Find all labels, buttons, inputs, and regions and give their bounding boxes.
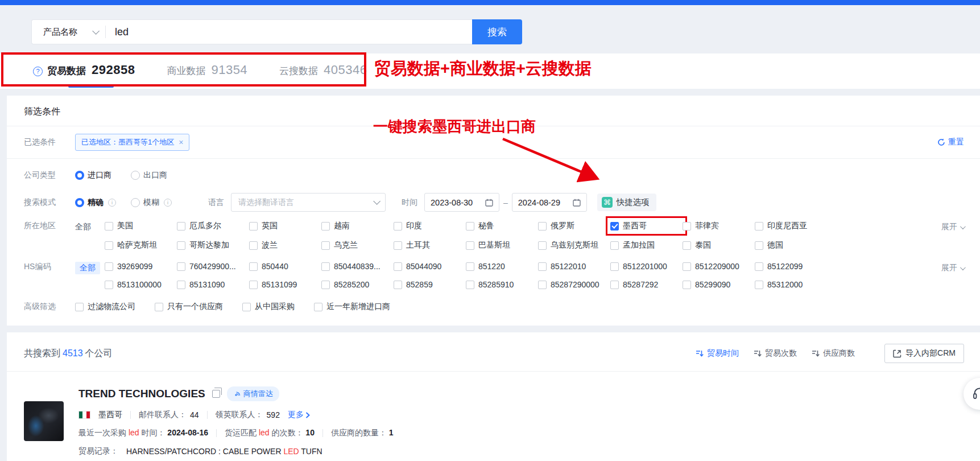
time-label: 时间 — [402, 197, 417, 208]
region-checkbox[interactable]: 英国 — [249, 221, 321, 231]
hs-code-label: HS编码 — [24, 262, 75, 272]
checkbox-label: 乌克兰 — [334, 240, 358, 250]
checkbox-label: 厄瓜多尔 — [189, 221, 221, 231]
help-icon[interactable]: ? — [33, 67, 43, 76]
checkbox-label: 85131090 — [189, 280, 225, 289]
language-select-placeholder: 请选择翻译语言 — [238, 197, 373, 208]
quick-options-button[interactable]: ⌘ 快捷选项 — [597, 194, 656, 211]
hs-code-checkbox[interactable]: 85287292 — [610, 280, 683, 289]
close-icon[interactable]: × — [179, 138, 183, 146]
hs-code-checkbox[interactable]: 8512209000 — [683, 262, 755, 271]
selected-region-tag[interactable]: 已选地区：墨西哥等1个地区 × — [75, 134, 189, 151]
sort-option[interactable]: 贸易次数 — [754, 348, 797, 359]
company-type-label: 公司类型 — [24, 170, 75, 180]
checkbox-label: 墨西哥 — [623, 221, 647, 231]
region-checkbox[interactable]: 乌克兰 — [321, 240, 394, 250]
region-checkbox[interactable]: 泰国 — [683, 240, 755, 250]
hs-code-checkbox[interactable]: 8513100000 — [105, 280, 177, 289]
more-link[interactable]: 更多 — [288, 410, 310, 420]
company-thumbnail[interactable] — [24, 401, 64, 441]
hs-code-checkbox[interactable]: 85122099 — [755, 262, 827, 271]
region-checkbox[interactable]: 孟加拉国 — [610, 240, 683, 250]
info-icon[interactable]: i — [164, 199, 172, 207]
advanced-filter-checkbox[interactable]: 只有一个供应商 — [155, 302, 223, 312]
search-button[interactable]: 搜索 — [472, 19, 522, 44]
data-source-tab[interactable]: 贸易数据 292858 — [47, 63, 135, 80]
region-checkbox[interactable]: 菲律宾 — [683, 221, 755, 231]
reset-button[interactable]: 重置 — [937, 137, 964, 147]
checkbox-icon — [249, 222, 258, 230]
checkbox-icon — [249, 262, 258, 271]
region-checkbox[interactable]: 土耳其 — [394, 240, 466, 250]
hs-code-checkbox[interactable]: 85285200 — [321, 280, 394, 289]
checkbox-label: 波兰 — [262, 240, 278, 250]
checkbox-label: 过滤物流公司 — [88, 302, 135, 312]
hs-code-checkbox[interactable]: 85131099 — [249, 280, 321, 289]
checkbox-icon — [394, 281, 402, 289]
search-input[interactable] — [106, 26, 472, 38]
checkbox-label: 85285910 — [478, 280, 514, 289]
company-type-radio[interactable]: 进口商 — [75, 170, 111, 180]
search-field-select[interactable]: 产品名称 — [32, 27, 105, 38]
checkbox-icon — [177, 262, 185, 271]
data-source-tab[interactable]: 商业数据 91354 — [167, 63, 247, 80]
region-label: 所在地区 — [24, 221, 75, 231]
advanced-filter-checkbox[interactable]: 近一年新增进口商 — [314, 302, 390, 312]
region-checkbox[interactable]: 墨西哥 — [610, 221, 683, 231]
search-mode-radio[interactable]: 模糊 i — [131, 197, 172, 208]
results-panel: 共搜索到4513个公司 贸易时间 — [7, 332, 980, 461]
checkbox-label: 泰国 — [695, 240, 711, 250]
company-name[interactable]: TREND TECHNOLOGIES — [78, 388, 205, 400]
hs-code-checkbox[interactable]: 85287290000 — [538, 280, 610, 289]
search-mode-radio[interactable]: 精确 i — [75, 197, 116, 208]
hs-code-checkbox[interactable]: 85122010 — [538, 262, 610, 271]
sort-option[interactable]: 贸易时间 — [696, 348, 739, 359]
region-checkbox[interactable]: 哥斯达黎加 — [177, 240, 249, 250]
data-source-tab[interactable]: 云搜数据 405346 — [279, 63, 367, 80]
hs-code-checkbox[interactable]: 850440 — [249, 262, 321, 271]
hs-expand-link[interactable]: 展开 — [941, 262, 964, 273]
hs-code-checkbox[interactable]: 85285910 — [466, 280, 538, 289]
region-checkbox[interactable]: 越南 — [321, 221, 394, 231]
advanced-filter-checkbox[interactable]: 过滤物流公司 — [75, 302, 135, 312]
region-checkbox[interactable]: 俄罗斯 — [538, 221, 610, 231]
company-type-radio[interactable]: 出口商 — [131, 170, 167, 180]
supplier-count: 1 — [389, 428, 394, 437]
hs-all-link[interactable]: 全部 — [75, 262, 100, 274]
hs-code-checkbox[interactable]: 760429900... — [177, 262, 249, 271]
date-from-input[interactable]: 2023-08-30 — [424, 193, 499, 212]
radio-icon — [75, 171, 84, 180]
region-expand-link[interactable]: 展开 — [941, 221, 964, 232]
region-checkbox[interactable]: 秘鲁 — [466, 221, 538, 231]
hs-code-checkbox[interactable]: 850440839... — [321, 262, 394, 271]
region-checkbox[interactable]: 厄瓜多尔 — [177, 221, 249, 231]
region-checkbox[interactable]: 印度尼西亚 — [755, 221, 827, 231]
import-crm-button[interactable]: 导入内部CRM — [884, 344, 964, 363]
checkbox-icon — [466, 262, 474, 271]
checkbox-label: 美国 — [117, 221, 133, 231]
sort-option[interactable]: 供应商数 — [812, 348, 855, 359]
hs-code-checkbox[interactable]: 8512201000 — [610, 262, 683, 271]
hs-code-checkbox[interactable]: 39269099 — [105, 262, 177, 271]
hs-code-checkbox[interactable]: 85044090 — [394, 262, 466, 271]
region-checkbox[interactable]: 乌兹别克斯坦 — [538, 240, 610, 250]
region-checkbox[interactable]: 德国 — [755, 240, 827, 250]
language-select[interactable]: 请选择翻译语言 — [231, 193, 386, 212]
hs-code-checkbox[interactable]: 852859 — [394, 280, 466, 289]
advanced-filter-checkbox[interactable]: 从中国采购 — [242, 302, 295, 312]
hs-code-checkbox[interactable]: 85299090 — [683, 280, 755, 289]
region-checkbox[interactable]: 波兰 — [249, 240, 321, 250]
hs-code-checkbox[interactable]: 851220 — [466, 262, 538, 271]
region-checkbox[interactable]: 印度 — [394, 221, 466, 231]
date-to-input[interactable]: 2024-08-29 — [512, 193, 587, 212]
info-icon[interactable]: i — [108, 199, 116, 207]
copy-icon[interactable] — [212, 390, 220, 398]
checkbox-label: 850440839... — [334, 262, 381, 271]
hs-code-checkbox[interactable]: 85131090 — [177, 280, 249, 289]
region-checkbox[interactable]: 美国 — [105, 221, 177, 231]
region-all-link[interactable]: 全部 — [75, 221, 105, 233]
region-checkbox[interactable]: 巴基斯坦 — [466, 240, 538, 250]
business-radar-badge[interactable]: 商情雷达 — [227, 386, 279, 401]
hs-code-checkbox[interactable]: 85312000 — [755, 280, 827, 289]
region-checkbox[interactable]: 哈萨克斯坦 — [105, 240, 177, 250]
